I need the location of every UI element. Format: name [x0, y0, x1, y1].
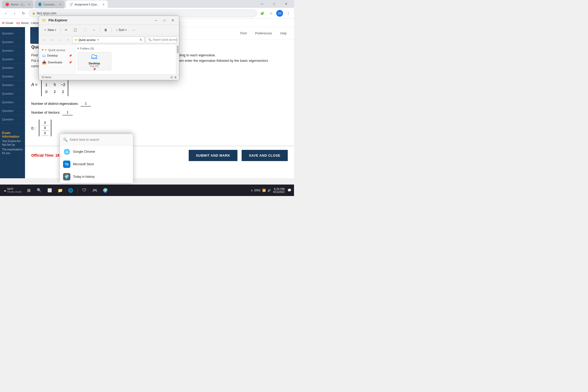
extensions-button[interactable]: 🧩: [259, 10, 266, 17]
fe-toolbar-sep3: [112, 27, 112, 33]
fe-new-button[interactable]: ＋ New ▾: [41, 27, 59, 33]
fe-folder-desktop-icon: 🗂: [91, 52, 98, 61]
fe-maximize-button[interactable]: □: [161, 17, 168, 23]
fe-title-icon: 📁: [42, 18, 46, 22]
fe-minimize-button[interactable]: ─: [153, 17, 159, 23]
submit-button[interactable]: SUBMIT AND MARK: [189, 150, 237, 161]
menu-button[interactable]: ⋮: [285, 10, 292, 17]
fe-close-button[interactable]: ✕: [170, 17, 176, 23]
taskbar: ☁ 54°F Mostly cloudy ⊞ 🔍 ⬜ 📁 🌐 🛡 🎮 🌍 ∧ E…: [0, 185, 294, 196]
reload-button[interactable]: ↻: [20, 10, 27, 17]
search-popup: 🔍 🌐 Google Chrome 🛍 Microsoft Store 🌍 To…: [60, 134, 133, 183]
fe-paste-button[interactable]: 📄: [80, 27, 89, 33]
fe-downloads-folder-icon: 📥: [42, 60, 46, 64]
close-button[interactable]: ✕: [280, 0, 292, 8]
fe-address-refresh-icon[interactable]: ↻: [140, 38, 142, 42]
sidebar-item-7[interactable]: Question: [0, 81, 25, 89]
nav-help[interactable]: Help: [278, 30, 289, 36]
fe-toolbar-sep1: [60, 27, 61, 33]
sidebar-item-2[interactable]: Question: [0, 38, 25, 46]
sidebar-item-10[interactable]: Question: [0, 107, 25, 115]
search-popup-item-history[interactable]: 🌍 Today in history: [60, 170, 133, 183]
fe-sidebar-desktop[interactable]: 🗂 Desktop 📌: [39, 52, 75, 59]
search-popup-input-area[interactable]: 🔍: [60, 134, 133, 145]
search-popup-input[interactable]: [70, 138, 130, 142]
weather-icon: ☁: [4, 189, 6, 192]
fe-search-bar[interactable]: 🔍: [146, 36, 177, 43]
fe-new-icon: ＋: [44, 28, 47, 32]
chrome-app-icon: 🌐: [63, 148, 70, 155]
num-eigenvalues-input[interactable]: [81, 100, 91, 107]
sidebar-item-8[interactable]: Question: [0, 89, 25, 98]
speaker-icon: 🔊: [267, 189, 271, 192]
fe-toolbar-sep2: [100, 27, 100, 33]
taskbar-right: ∧ ENG 📶 🔊 6:24 PM 4/11/2022 💬: [251, 187, 292, 193]
fe-copy-button[interactable]: 📋: [71, 27, 80, 33]
tab-courses[interactable]: 📘 Courses... ✕: [35, 1, 64, 8]
taskbar-fileexplorer-button[interactable]: 📁: [56, 186, 65, 195]
fe-scrollbar[interactable]: [176, 45, 179, 74]
fe-item-count: 29 items: [41, 76, 51, 79]
eigenvector-cell-3[interactable]: [41, 131, 49, 136]
search-popup-item-store[interactable]: 🛍 Microsoft Store: [60, 158, 133, 170]
sidebar-item-9[interactable]: Question: [0, 98, 25, 107]
sidebar-item-3[interactable]: Question: [0, 46, 25, 55]
maximize-button[interactable]: □: [268, 0, 280, 8]
fe-search-input[interactable]: [153, 38, 179, 41]
nav-print[interactable]: Print: [238, 30, 249, 36]
minimize-button[interactable]: ─: [256, 0, 268, 8]
exam-info-body: Your Exams Are Not Set Up The examinatio…: [2, 139, 23, 155]
sidebar-item-1[interactable]: Question: [0, 29, 25, 38]
sidebar-item-11[interactable]: Question: [0, 115, 25, 124]
taskbar-weather[interactable]: ☁ 54°F Mostly cloudy: [2, 187, 23, 193]
taskbar-app3-button[interactable]: 🌍: [101, 186, 110, 195]
back-button[interactable]: ‹: [2, 10, 9, 17]
fe-up-button[interactable]: ↑: [64, 36, 71, 43]
tab-assignment[interactable]: 📝 Assignment 5 (Question 11) ~ Lyryx Lea…: [66, 1, 108, 8]
bookmark-gmail[interactable]: M Gmail: [2, 21, 13, 24]
taskbar-search-button[interactable]: 🔍: [35, 186, 44, 195]
fe-up-dropdown-button[interactable]: ↓: [57, 36, 63, 43]
taskbar-taskview-button[interactable]: ⬜: [45, 186, 54, 195]
taskbar-app1-button[interactable]: 🛡: [80, 186, 89, 195]
taskbar-tray-up-icon[interactable]: ∧: [251, 189, 253, 192]
taskbar-start-button[interactable]: ⊞: [24, 186, 34, 195]
nav-preferences[interactable]: Preferences: [253, 30, 274, 36]
fe-forward-button[interactable]: →: [49, 36, 56, 43]
fe-sidebar-downloads[interactable]: 📥 Downloads 📌: [39, 59, 75, 66]
profile-button[interactable]: SS: [276, 10, 283, 17]
taskbar-edge-button[interactable]: 🌐: [66, 186, 75, 195]
sidebar-item-5[interactable]: Question: [0, 64, 25, 72]
eigenvector-cell-2[interactable]: [41, 125, 49, 131]
fe-cut-button[interactable]: ✂: [62, 27, 70, 33]
vectors-row: Number of Vectors:: [31, 109, 288, 115]
fe-share-button[interactable]: ↔: [90, 27, 98, 33]
fe-back-button[interactable]: ←: [41, 36, 48, 43]
save-button[interactable]: SAVE AND CLOSE: [242, 150, 288, 161]
forward-button[interactable]: ›: [11, 10, 18, 17]
fe-address-bar[interactable]: ★ Quick access ▾ ↻: [72, 36, 145, 43]
fe-folder-desktop[interactable]: 🗂 Desktop This PC 📌: [77, 52, 111, 70]
tab-home[interactable]: 🔴 Home - Li... ✕: [2, 1, 33, 8]
num-vectors-input[interactable]: [62, 109, 73, 115]
taskbar-clock[interactable]: 6:24 PM 4/11/2022: [273, 187, 285, 193]
fe-toolbar: ＋ New ▾ ✂ 📋 📄 ↔ 🗑 ↕ Sort ▾ ···: [39, 25, 179, 35]
bookmark-button[interactable]: ☆: [267, 10, 275, 17]
sidebar-item-6[interactable]: Question: [0, 72, 25, 81]
search-popup-item-chrome[interactable]: 🌐 Google Chrome: [60, 145, 133, 158]
fe-sidebar-chevron-icon: ▾: [42, 48, 44, 52]
fe-main-area: ▾ Folders (9) 🗂 Desktop This PC 📌: [75, 45, 176, 74]
sidebar-item-4[interactable]: Question: [0, 55, 25, 64]
fe-address-text: Quick access: [78, 38, 95, 41]
tab-favicon: 📝: [69, 3, 73, 6]
taskbar-notification-button[interactable]: 💬: [287, 188, 292, 193]
fe-grid-view-icon[interactable]: ⊞: [174, 76, 176, 79]
fe-delete-button[interactable]: 🗑: [102, 27, 110, 33]
eigenvector-cell-1[interactable]: [41, 120, 49, 125]
fe-more-button[interactable]: ···: [130, 27, 138, 33]
taskbar-app2-button[interactable]: 🎮: [90, 186, 100, 195]
fe-sort-button[interactable]: ↕ Sort ▾: [113, 27, 129, 33]
bookmark-home[interactable]: my Home - Liferay: [16, 21, 40, 24]
fe-list-view-icon[interactable]: ☰: [170, 76, 173, 79]
fe-sidebar-star-icon: ★: [45, 48, 47, 52]
